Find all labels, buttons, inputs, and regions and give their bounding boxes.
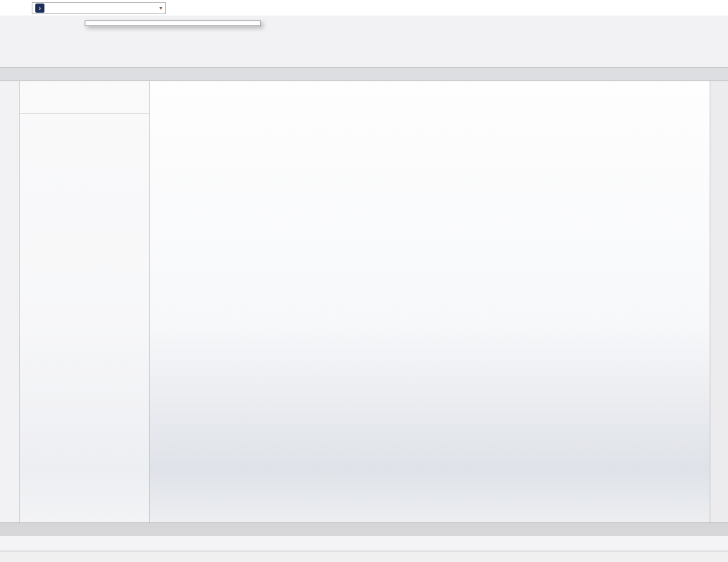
left-toolbar [0,81,20,522]
title-bar: › ▾ [0,0,728,16]
search-logo-icon: › [35,4,44,13]
bottom-tab-bar [0,522,728,535]
workspace [0,81,728,522]
search-input[interactable] [48,4,159,12]
task-pane [710,81,728,522]
search-box[interactable]: › ▾ [32,2,166,14]
file-menu [85,20,261,26]
solidworks-window: › ▾ [0,0,728,562]
status-bar [0,551,728,562]
featuremanager-panel [20,81,150,522]
search-caret-icon[interactable]: ▾ [159,5,162,11]
panel-tabs [20,81,149,98]
tree-filter-row [20,98,149,114]
feature-tree [20,114,149,115]
selection-filter-toolbar [0,535,728,551]
ribbon-tab-row [0,68,728,81]
